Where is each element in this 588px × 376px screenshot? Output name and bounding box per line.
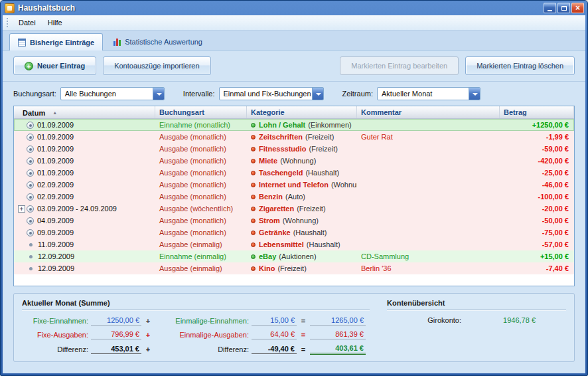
- recurring-icon: [27, 205, 34, 213]
- edit-entry-button[interactable]: Markierten Eintrag bearbeiten: [340, 56, 459, 75]
- column-label: Kommentar: [361, 108, 402, 116]
- table-header: Datum ▲ Buchungsart Kategorie Kommentar …: [14, 106, 574, 119]
- amount-cell: -20,00 €: [500, 203, 574, 215]
- zeitraum-select[interactable]: Aktueller Monat: [377, 87, 480, 100]
- recurring-icon: [27, 157, 34, 165]
- accounts-title: Kontenübersicht: [387, 299, 566, 307]
- category-name: Miete: [259, 157, 277, 165]
- table-row[interactable]: 01.09.2009Ausgabe (monatlich)Zeitschrift…: [14, 131, 574, 143]
- category-bullet-icon: [251, 207, 256, 211]
- divider: [22, 310, 370, 311]
- table-row[interactable]: 01.09.2009Ausgabe (monatlich)Fitnessstud…: [14, 143, 574, 155]
- category-cell: Kino(Freizeit): [247, 262, 357, 274]
- column-header-kommentar[interactable]: Kommentar: [357, 106, 500, 118]
- category-group: (Haushalt): [307, 240, 340, 248]
- booking-type: Ausgabe (wöchentlich): [155, 203, 247, 215]
- date-label: 02.09.2009: [37, 193, 74, 201]
- row-date-cell: 01.09.2009: [14, 167, 155, 179]
- booking-type: Ausgabe (einmalig): [155, 238, 247, 250]
- buchungsart-value: Alle Buchungen: [65, 90, 116, 98]
- expand-plus-icon[interactable]: +: [18, 205, 25, 213]
- minimize-button[interactable]: [544, 3, 556, 13]
- table-row[interactable]: 01.09.2009Ausgabe (monatlich)Taschengeld…: [14, 167, 574, 179]
- category-name: Zeitschriften: [259, 133, 303, 141]
- tab-statistische-auswertung[interactable]: Statistische Auswertung: [106, 34, 210, 50]
- amount-cell: -50,00 €: [500, 215, 574, 227]
- table-row[interactable]: 02.09.2009Ausgabe (monatlich)Benzin(Auto…: [14, 191, 574, 203]
- date-label: 01.09.2009: [37, 157, 74, 165]
- intervalle-select[interactable]: Einmal und Fix-Buchungen: [219, 87, 324, 100]
- filterbar: Buchungsart: Alle Buchungen Intervalle: …: [3, 82, 585, 104]
- table-row[interactable]: 04.09.2009Ausgabe (monatlich)Strom(Wohnu…: [14, 215, 574, 227]
- menu-hilfe[interactable]: Hilfe: [42, 17, 68, 29]
- import-statements-button[interactable]: Kontoauszüge importieren: [103, 56, 210, 75]
- category-bullet-icon: [251, 135, 256, 140]
- recurring-icon: [27, 122, 34, 129]
- category-bullet-icon: [251, 219, 256, 223]
- row-date-cell: 11.09.2009: [14, 238, 155, 250]
- comment-cell: [357, 179, 500, 191]
- category-group: (Freizeit): [309, 145, 338, 153]
- table-row[interactable]: 02.09.2009Ausgabe (monatlich)Internet un…: [14, 179, 574, 191]
- column-header-betrag[interactable]: Betrag: [500, 106, 574, 118]
- column-label: Datum: [23, 109, 45, 117]
- summary-value: 15,00 €: [252, 316, 297, 326]
- category-name: Lohn / Gehalt: [259, 121, 305, 129]
- category-group: (Einkommen): [308, 121, 351, 129]
- column-header-kategorie[interactable]: Kategorie: [247, 106, 357, 118]
- filter-intervalle: Intervalle: Einmal und Fix-Buchungen: [183, 87, 324, 100]
- maximize-icon: [561, 6, 567, 11]
- category-name: Fitnessstudio: [259, 145, 307, 153]
- amount-cell: -25,00 €: [500, 167, 574, 179]
- amount-cell: +1250,00 €: [500, 119, 574, 131]
- column-header-buchungsart[interactable]: Buchungsart: [155, 106, 247, 118]
- column-header-datum[interactable]: Datum ▲: [14, 106, 155, 118]
- booking-type: Einnahme (einmalig): [155, 250, 247, 262]
- booking-type: Ausgabe (einmalig): [155, 262, 247, 274]
- minimize-icon: [548, 10, 552, 11]
- category-name: eBay: [259, 252, 276, 260]
- table-row[interactable]: 12.09.2009Ausgabe (einmalig)Kino(Freizei…: [14, 262, 574, 274]
- intervalle-label: Intervalle:: [183, 90, 215, 98]
- category-name: Benzin: [259, 193, 283, 201]
- table-row[interactable]: 11.09.2009Ausgabe (einmalig)Lebensmittel…: [14, 238, 574, 250]
- date-label: 01.09.2009: [37, 121, 74, 129]
- category-cell: Getränke(Haushalt): [247, 227, 357, 238]
- table-row[interactable]: 01.09.2009Einnahme (monatlich)Lohn / Geh…: [14, 119, 574, 131]
- row-date-cell: 02.09.2009: [14, 179, 155, 191]
- buchungsart-label: Buchungsart:: [13, 90, 56, 98]
- summary-panel: Aktueller Monat (Summe) Fixe-Einnahmen:1…: [13, 293, 575, 362]
- new-entry-button[interactable]: + Neuer Eintrag: [13, 56, 96, 75]
- account-balance: 1946,78 €: [467, 316, 536, 324]
- summary-result: 1265,00 €: [310, 316, 366, 326]
- table-row[interactable]: 12.09.2009Einnahme (einmalig)eBay(Auktio…: [14, 250, 574, 262]
- column-label: Betrag: [504, 108, 527, 116]
- table-row[interactable]: +03.09.2009 - 24.09.2009Ausgabe (wöchent…: [14, 203, 574, 215]
- category-bullet-icon: [251, 231, 256, 235]
- one-time-icon: [29, 243, 33, 246]
- category-name: Strom: [259, 217, 280, 225]
- maximize-button[interactable]: [557, 3, 570, 13]
- summary-operator: +: [141, 317, 155, 325]
- row-date-cell: 01.09.2009: [14, 143, 155, 155]
- tab-bisherige-eintraege[interactable]: Bisherige Einträge: [9, 33, 103, 50]
- amount-cell: -420,00 €: [500, 155, 574, 167]
- comment-cell: [357, 203, 500, 215]
- titlebar[interactable]: Haushaltsbuch ×: [1, 1, 587, 15]
- menu-datei[interactable]: Datei: [13, 17, 41, 29]
- monthly-summary-section: Aktueller Monat (Summe) Fixe-Einnahmen:1…: [22, 299, 370, 356]
- booking-type: Ausgabe (monatlich): [155, 191, 247, 203]
- accounts-grid: Girokonto: 1946,78 €: [387, 316, 566, 324]
- row-date-cell: 02.09.2009: [14, 191, 155, 203]
- filter-buchungsart: Buchungsart: Alle Buchungen: [13, 87, 165, 100]
- table-row[interactable]: 09.09.2009Ausgabe (monatlich)Getränke(Ha…: [14, 227, 574, 238]
- table-row[interactable]: 01.09.2009Ausgabe (monatlich)Miete(Wohnu…: [14, 155, 574, 167]
- comment-cell: Berlin '36: [357, 262, 500, 274]
- buchungsart-select[interactable]: Alle Buchungen: [60, 87, 165, 100]
- category-bullet-icon: [251, 254, 256, 259]
- delete-entry-button[interactable]: Markierten Eintrag löschen: [465, 56, 575, 75]
- close-button[interactable]: ×: [571, 3, 584, 13]
- delete-label: Markierten Eintrag löschen: [477, 62, 563, 70]
- toolbar: + Neuer Eintrag Kontoauszüge importieren…: [3, 50, 585, 82]
- recurring-icon: [27, 181, 34, 189]
